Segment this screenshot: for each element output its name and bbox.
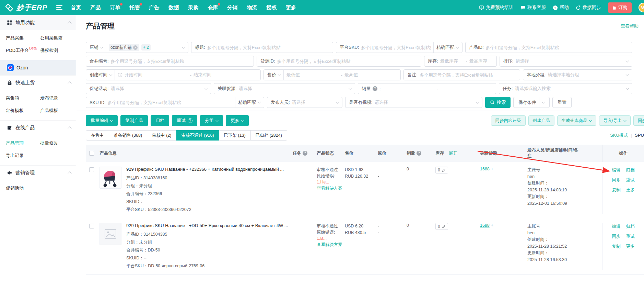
product-image-placeholder[interactable] <box>99 223 121 245</box>
tab-ready-to-sell[interactable]: 准备销售 (368) <box>109 130 148 141</box>
edit-action[interactable]: 编辑 <box>612 224 621 230</box>
has-video-filter[interactable]: 是否有视频: 请选择 <box>345 97 482 108</box>
sidebar-item-product-management[interactable]: 产品管理 <box>6 137 40 149</box>
more-button[interactable]: 更多 <box>226 115 249 126</box>
import-export-button[interactable]: 导入/导出 <box>599 115 631 126</box>
view-solution-link[interactable]: 查看解决方案 <box>317 242 345 248</box>
match-mode-select[interactable]: 精确匹配 <box>238 99 256 105</box>
archive-button[interactable]: 归档 <box>151 115 169 126</box>
nav-distribution[interactable]: 分销 <box>227 4 237 11</box>
price-min-input[interactable]: 最低值 <box>286 72 300 78</box>
sort-filter[interactable]: 排序: 请选择 <box>500 56 632 67</box>
data-sync-link[interactable]: 数据同步 <box>576 4 601 11</box>
sidebar-item-pricing-template[interactable]: 定价模板 <box>6 104 40 117</box>
tab-delisted[interactable]: 已下架 (13) <box>219 130 251 141</box>
product-title[interactable]: 929 Префикс SKU Название - +232366 + Кат… <box>126 167 284 172</box>
copy-product-button[interactable]: 复制产品 <box>120 115 148 126</box>
nav-data[interactable]: 数据 <box>168 4 179 11</box>
sidebar-item-promotions[interactable]: 促销活动 <box>6 182 40 194</box>
sync-content-rating-button[interactable]: 同步内容评级 <box>491 115 526 126</box>
sidebar-item-infringement-check[interactable]: 侵权检测 <box>40 44 76 57</box>
retry-action[interactable]: 重试 <box>626 234 635 239</box>
shop-more-tag[interactable]: + 2 <box>141 44 151 51</box>
source-id-filter[interactable]: 货源ID: <box>257 56 421 67</box>
sales-range-filter[interactable]: 销量 ? : - <box>358 83 496 94</box>
product-image-stroller[interactable] <box>99 167 121 189</box>
subscribe-button[interactable]: 订购 <box>608 2 632 13</box>
free-training-link[interactable]: 免费预约培训 <box>479 4 514 11</box>
contact-support-link[interactable]: 联系客服 <box>520 4 546 11</box>
stock-editor[interactable]: 0 <box>435 167 448 174</box>
create-product-button[interactable]: 创建产品 <box>528 115 554 126</box>
sidebar-item-publish-records[interactable]: 发布记录 <box>40 92 76 104</box>
title-input[interactable] <box>207 45 329 50</box>
stock-range-filter[interactable]: 库存: 最低库存 - 最高库存 <box>424 56 497 67</box>
tab-review-rejected[interactable]: 审核不通过 (916) <box>176 130 219 141</box>
search-button[interactable]: 搜索 <box>485 97 511 108</box>
copy-action[interactable]: 复制 <box>612 244 621 249</box>
retry-button[interactable]: 重试? <box>172 115 197 126</box>
select-all-checkbox[interactable] <box>89 151 94 156</box>
sync-product-button[interactable]: 同步产品 <box>633 115 644 126</box>
sku-id-filter[interactable]: SKU ID: 精确匹配 <box>86 97 264 108</box>
app-logo[interactable]: 妙手ERP <box>5 3 47 12</box>
note-filter[interactable]: 备注: <box>403 69 520 80</box>
row-checkbox[interactable] <box>89 224 94 228</box>
merge-number-filter[interactable]: 合并编号: <box>86 56 254 67</box>
more-action[interactable]: 更多 <box>626 244 635 249</box>
title-filter[interactable]: 标题: <box>191 42 333 53</box>
sync-action[interactable]: 同步 <box>612 177 621 183</box>
time-type-select[interactable]: 创建时间 <box>90 72 107 78</box>
note-input[interactable] <box>420 72 516 78</box>
sidebar-item-bulk-edit[interactable]: 批量修改 <box>40 137 76 149</box>
hamburger-icon[interactable] <box>56 5 62 10</box>
add-source-button[interactable]: + <box>491 167 493 171</box>
product-id-filter[interactable]: 产品ID: <box>465 42 632 53</box>
platform-sku-filter[interactable]: 平台SKU: 精确匹配 <box>336 42 462 53</box>
sidebar-section-marketing[interactable]: 营销管理 <box>0 166 76 180</box>
stock-expand-link[interactable]: 展开 <box>449 150 457 156</box>
sku-mode-toggle[interactable]: SKU模式 <box>610 132 628 138</box>
bulk-edit-button[interactable]: 批量编辑 <box>86 115 118 126</box>
retry-action[interactable]: 重试 <box>626 177 635 183</box>
sidebar-item-public-collect-box[interactable]: 公用采集箱 <box>40 32 76 44</box>
archive-action[interactable]: 归档 <box>626 167 635 173</box>
product-title[interactable]: 929 Префикс SKU Название - +DD-50+ Ярко-… <box>126 223 288 228</box>
nav-authorization[interactable]: 授权 <box>266 4 277 11</box>
save-condition-button[interactable]: 保存条件 <box>513 97 550 108</box>
start-time-input[interactable]: 开始时间 <box>125 72 142 78</box>
tab-under-review[interactable]: 审核中 (2) <box>147 130 176 141</box>
tab-archived[interactable]: 已归档 (2824) <box>251 130 287 141</box>
sidebar-section-quick-listing[interactable]: 快速上货 <box>0 76 76 90</box>
nav-hosting[interactable]: 托管 <box>129 4 140 11</box>
sidebar-item-pod-workbench[interactable]: POD工作台Beta <box>6 44 40 57</box>
related-source-filter[interactable]: 关联货源: 请选择 <box>214 83 355 94</box>
close-icon[interactable]: × <box>133 45 138 50</box>
group-button[interactable]: 分组 <box>200 115 223 126</box>
sidebar-item-product-collect[interactable]: 产品采集 <box>6 32 40 44</box>
end-time-input[interactable]: 结束时间 <box>194 72 211 78</box>
stock-editor[interactable]: 0 <box>435 223 448 230</box>
archive-action[interactable]: 归档 <box>626 224 635 230</box>
task-filter[interactable]: 任务: 请选择或输入搜索 <box>499 83 632 94</box>
source-1688-link[interactable]: 1688 <box>480 167 490 171</box>
sidebar-section-general[interactable]: 通用功能 <box>0 15 76 30</box>
match-mode-select[interactable]: 精确匹配 <box>436 44 454 51</box>
help-link-top[interactable]: ? 帮助 <box>553 4 569 11</box>
platform-sku-input[interactable] <box>361 45 431 50</box>
nav-orders[interactable]: 订单 <box>110 4 120 11</box>
sync-action[interactable]: 同步 <box>612 234 621 239</box>
edit-action[interactable]: 编辑 <box>612 167 621 173</box>
more-action[interactable]: 更多 <box>626 187 635 193</box>
publisher-filter[interactable]: 发布人员: 请选择 <box>267 97 342 108</box>
product-id-input[interactable] <box>486 45 629 50</box>
user-avatar[interactable]: W <box>639 3 644 12</box>
nav-more[interactable]: 更多 <box>286 4 296 11</box>
nav-purchase[interactable]: 采购 <box>188 4 198 11</box>
generate-warehouse-button[interactable]: 生成仓库商品 <box>557 115 596 126</box>
view-help-link[interactable]: 查看帮助 <box>621 23 639 29</box>
stock-max-input[interactable]: 最高库存 <box>469 58 487 64</box>
source-1688-link[interactable]: 1688 <box>480 223 490 228</box>
source-id-input[interactable] <box>277 59 418 64</box>
local-group-filter[interactable]: 本地分组: 请选择本地分组 <box>523 69 632 80</box>
